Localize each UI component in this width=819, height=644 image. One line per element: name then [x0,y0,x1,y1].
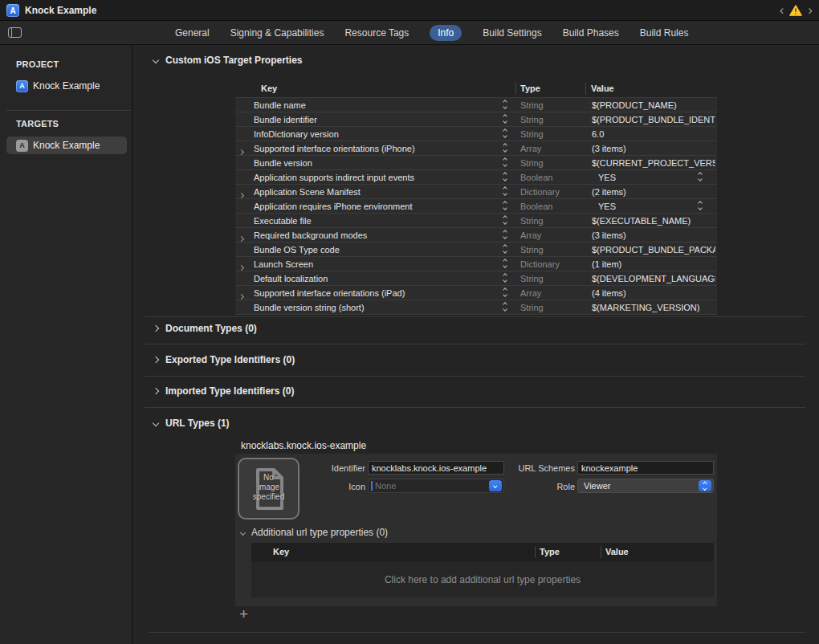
icon-combo-box[interactable]: None [368,479,504,493]
column-header-value: Value [605,547,629,556]
property-key: Default localization [254,274,328,283]
stepper-icon[interactable] [503,216,507,224]
tab-signing-capabilities[interactable]: Signing & Capabilities [230,25,324,41]
table-row[interactable]: Application requires iPhone environmentB… [235,198,717,213]
tab-build-settings[interactable]: Build Settings [483,25,541,41]
stepper-icon[interactable] [503,245,507,253]
tab-build-phases[interactable]: Build Phases [563,25,619,41]
url-type-editor-panel: Noimagespecified Identifier URL Schemes … [235,454,717,606]
properties-table-rows: Bundle nameString$(PRODUCT_NAME)Bundle i… [235,97,717,315]
property-key: Bundle OS Type code [254,245,340,255]
column-header-key: Key [261,84,277,93]
url-type-image-well[interactable]: Noimagespecified [238,458,299,520]
stepper-icon[interactable] [503,230,507,238]
properties-table: Key Type Value Bundle nameString$(PRODUC… [235,81,717,315]
tab-info[interactable]: Info [430,25,462,41]
column-header-type: Type [520,84,540,93]
sidebar-item-label: Knock Example [33,140,100,151]
role-popup-value: Viewer [584,481,610,491]
stepper-icon[interactable] [503,259,507,267]
table-row[interactable]: Supported interface orientations (iPad)A… [235,285,717,300]
table-row[interactable]: Bundle OS Type codeString$(PRODUCT_BUNDL… [235,242,717,256]
stepper-icon[interactable] [503,173,507,181]
property-type: Array [520,230,541,240]
identifier-label: Identifier [309,463,365,473]
sidebar-item-project[interactable]: A Knock Example [6,77,127,95]
stepper-icon[interactable] [503,303,507,311]
property-type: String [520,216,544,226]
identifier-field[interactable] [368,461,504,475]
additional-properties-header[interactable]: Additional url type properties (0) [241,527,388,538]
property-value: (3 items) [592,230,715,240]
table-row[interactable]: Application Scene ManifestDictionary(2 i… [235,184,717,198]
project-section-header: PROJECT [16,59,59,69]
table-row[interactable]: Executable fileString$(EXECUTABLE_NAME) [235,213,717,227]
section-imported-type-identifiers[interactable]: Imported Type Identifiers (0) [153,385,294,397]
stepper-icon[interactable] [699,173,702,181]
plus-icon: + [239,605,248,622]
chevron-left-icon[interactable]: ‹ [780,2,784,18]
property-key: Application requires iPhone environment [254,202,413,211]
additional-table-empty-area[interactable]: Click here to add additional url type pr… [251,561,714,597]
targets-section-header: TARGETS [16,119,59,128]
property-key: Bundle identifier [254,115,317,124]
property-type: String [520,274,544,283]
role-popup-button[interactable]: Viewer [577,479,714,493]
stepper-icon[interactable] [503,274,507,282]
url-schemes-field[interactable] [577,461,714,475]
dropdown-button-icon[interactable] [489,480,502,491]
table-row[interactable]: Required background modesArray(3 items) [235,227,717,242]
tab-resource-tags[interactable]: Resource Tags [344,25,409,41]
property-value: $(MARKETING_VERSION) [592,303,715,312]
property-type: Dictionary [520,187,560,197]
property-type: String [520,129,544,139]
stepper-icon[interactable] [503,115,507,123]
stepper-icon[interactable] [503,144,507,152]
table-row[interactable]: Default localizationString$(DEVELOPMENT_… [235,271,717,285]
warning-icon[interactable] [789,5,802,16]
property-value: $(PRODUCT_BUNDLE_PACKA [592,245,715,255]
sidebar-toggle-icon[interactable] [8,27,22,38]
property-key: Supported interface orientations (iPhone… [254,144,415,153]
stepper-icon[interactable] [503,202,507,210]
empty-state-text: Click here to add additional url type pr… [385,574,581,585]
property-value: 6.0 [592,129,715,139]
sidebar-item-target[interactable]: A Knock Example [6,137,127,154]
tab-build-rules[interactable]: Build Rules [640,25,689,41]
no-image-label: Noimagespecified [239,473,298,502]
table-row[interactable]: Bundle versionString$(CURRENT_PROJECT_VE… [235,155,717,169]
property-key: Application Scene Manifest [254,187,361,197]
role-label: Role [511,482,575,491]
sidebar-item-label: Knock Example [33,80,100,92]
additional-table-header: Key Type Value [251,543,714,561]
chevron-right-icon[interactable]: › [808,2,813,18]
property-type: Array [520,288,541,298]
stepper-icon[interactable] [699,202,702,210]
table-row[interactable]: Launch ScreenDictionary(1 item) [235,256,717,271]
section-document-types[interactable]: Document Types (0) [153,323,257,334]
stepper-icon[interactable] [503,129,507,137]
table-row[interactable]: Bundle version string (short)String$(MAR… [235,300,717,314]
table-row[interactable]: Application supports indirect input even… [235,169,717,184]
property-key: Application supports indirect input even… [254,173,414,182]
stepper-icon[interactable] [503,187,507,195]
table-row[interactable]: InfoDictionary versionString6.0 [235,126,717,141]
table-row[interactable]: Supported interface orientations (iPhone… [235,141,717,155]
tab-general[interactable]: General [175,25,210,41]
stepper-icon[interactable] [503,158,507,166]
property-value: (2 items) [592,187,715,197]
add-url-type-button[interactable]: + [239,607,248,622]
sidebar-divider [6,110,132,111]
property-value: (1 item) [592,259,715,269]
additional-properties-table: Key Type Value Click here to add additio… [251,543,714,597]
stepper-icon[interactable] [503,100,507,108]
section-exported-type-identifiers[interactable]: Exported Type Identifiers (0) [153,354,295,365]
property-key: Bundle version [254,158,312,168]
section-custom-ios-target-properties[interactable]: Custom iOS Target Properties [153,55,302,66]
bottom-divider [149,632,805,633]
stepper-icon[interactable] [503,288,507,296]
section-url-types[interactable]: URL Types (1) [153,418,230,429]
table-row[interactable]: Bundle identifierString$(PRODUCT_BUNDLE_… [235,112,717,126]
table-row[interactable]: Bundle nameString$(PRODUCT_NAME) [235,97,717,112]
property-type: String [520,245,544,255]
